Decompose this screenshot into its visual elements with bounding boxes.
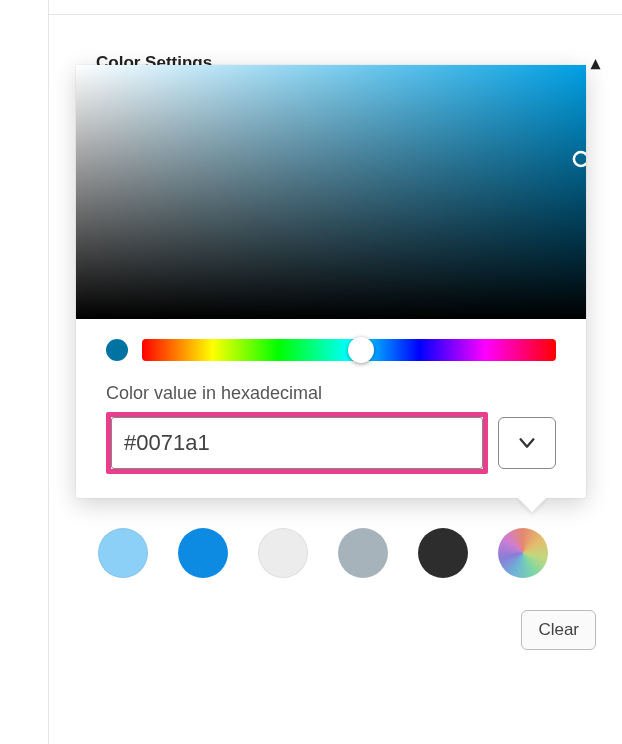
hex-input-row	[106, 412, 556, 474]
swatch-gray[interactable]	[338, 528, 388, 578]
popover-arrow	[518, 484, 546, 512]
hue-slider-thumb[interactable]	[348, 337, 374, 363]
chevron-down-icon	[516, 432, 538, 454]
current-color-dot	[106, 339, 128, 361]
color-swatches-row	[98, 528, 548, 578]
swatch-dark[interactable]	[418, 528, 468, 578]
color-picker-popover: Color value in hexadecimal	[76, 65, 586, 498]
swatch-light-blue[interactable]	[98, 528, 148, 578]
panel-divider-vertical	[48, 0, 49, 744]
panel-divider-horizontal	[49, 14, 622, 15]
swatch-light-gray[interactable]	[258, 528, 308, 578]
hue-slider[interactable]	[142, 339, 556, 361]
hex-input-label: Color value in hexadecimal	[106, 383, 556, 404]
swatch-blue[interactable]	[178, 528, 228, 578]
swatch-custom-color-wheel[interactable]	[498, 528, 548, 578]
clear-button[interactable]: Clear	[521, 610, 596, 650]
svg-rect-2	[76, 65, 586, 319]
hue-slider-row	[76, 319, 586, 369]
saturation-gradient	[76, 65, 586, 319]
hex-input[interactable]	[111, 417, 483, 469]
color-format-dropdown-button[interactable]	[498, 417, 556, 469]
chevron-up-icon: ▴	[591, 52, 600, 74]
hex-input-highlight	[106, 412, 488, 474]
saturation-value-area[interactable]	[76, 65, 586, 319]
hex-input-section: Color value in hexadecimal	[76, 369, 586, 474]
